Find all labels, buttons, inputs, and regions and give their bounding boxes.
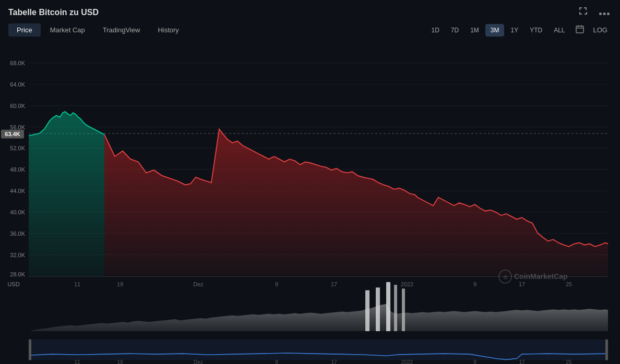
chart-area: 68.0K 64.0K 60.0K 56.0K 52.0K 48.0K 44.0…	[0, 42, 620, 364]
svg-text:44.0K: 44.0K	[10, 188, 25, 194]
svg-rect-31	[376, 287, 380, 331]
svg-text:9: 9	[275, 281, 278, 287]
svg-text:2022: 2022	[401, 359, 413, 364]
log-button[interactable]: LOG	[589, 23, 612, 37]
svg-text:60.0K: 60.0K	[10, 103, 25, 109]
time-3m[interactable]: 3M	[485, 24, 505, 37]
svg-text:19: 19	[117, 281, 123, 287]
svg-point-1	[603, 13, 606, 15]
svg-text:9: 9	[473, 281, 476, 287]
svg-text:⊙: ⊙	[503, 274, 507, 280]
svg-text:25: 25	[566, 281, 572, 287]
tabs-right: 1D 7D 1M 3M 1Y YTD ALL LOG	[426, 22, 612, 38]
svg-text:17: 17	[519, 281, 525, 287]
svg-rect-30	[365, 290, 369, 332]
chart-svg: 68.0K 64.0K 60.0K 56.0K 52.0K 48.0K 44.0…	[0, 42, 620, 364]
top-icons	[576, 5, 612, 19]
time-1d[interactable]: 1D	[426, 24, 444, 37]
svg-text:CoinMarketCap: CoinMarketCap	[514, 272, 568, 280]
svg-text:68.0K: 68.0K	[10, 60, 25, 66]
svg-text:56.0K: 56.0K	[10, 124, 25, 130]
svg-text:USD: USD	[7, 281, 19, 287]
fullscreen-button[interactable]	[576, 5, 590, 19]
svg-text:36.0K: 36.0K	[10, 230, 25, 237]
svg-text:52.0K: 52.0K	[10, 145, 25, 151]
tab-price[interactable]: Price	[8, 23, 41, 37]
svg-rect-3	[576, 26, 583, 33]
tab-bar: Price Market Cap TradingView History 1D …	[0, 22, 620, 42]
time-ytd[interactable]: YTD	[524, 24, 547, 37]
app-container: Tabelle Bitcoin zu USD Price Market Cap …	[0, 0, 620, 364]
svg-text:17: 17	[519, 359, 524, 364]
svg-text:9: 9	[473, 359, 476, 364]
more-options-button[interactable]	[597, 6, 612, 19]
time-7d[interactable]: 7D	[446, 24, 464, 37]
calendar-button[interactable]	[571, 22, 588, 38]
svg-rect-34	[402, 288, 405, 331]
top-bar: Tabelle Bitcoin zu USD	[0, 0, 620, 22]
svg-text:17: 17	[331, 281, 337, 287]
svg-rect-45	[29, 339, 608, 360]
svg-rect-33	[394, 285, 397, 331]
svg-text:64.0K: 64.0K	[10, 81, 25, 88]
svg-rect-55	[29, 339, 31, 360]
svg-text:11: 11	[74, 359, 80, 364]
svg-text:28.0K: 28.0K	[10, 271, 25, 277]
svg-rect-56	[605, 339, 608, 360]
svg-text:48.0K: 48.0K	[10, 166, 25, 173]
svg-text:63.4K: 63.4K	[5, 131, 20, 137]
svg-rect-32	[386, 282, 390, 331]
svg-text:11: 11	[74, 281, 80, 287]
time-all[interactable]: ALL	[549, 24, 570, 37]
svg-text:2022: 2022	[401, 281, 413, 287]
svg-text:Dez: Dez	[194, 359, 203, 364]
tab-trading-view[interactable]: TradingView	[94, 23, 149, 37]
tabs-left: Price Market Cap TradingView History	[8, 23, 187, 37]
svg-text:19: 19	[117, 359, 123, 364]
svg-text:40.0K: 40.0K	[10, 209, 25, 215]
svg-point-2	[607, 13, 610, 15]
tab-market-cap[interactable]: Market Cap	[42, 23, 93, 37]
tab-history[interactable]: History	[149, 23, 187, 37]
svg-text:9: 9	[275, 359, 278, 364]
svg-point-0	[599, 13, 602, 15]
svg-text:25: 25	[566, 359, 571, 364]
page-title: Tabelle Bitcoin zu USD	[8, 8, 99, 17]
svg-text:Dez: Dez	[193, 281, 204, 287]
svg-text:32.0K: 32.0K	[10, 251, 25, 258]
time-1y[interactable]: 1Y	[505, 24, 523, 37]
svg-text:17: 17	[331, 359, 337, 364]
time-1m[interactable]: 1M	[465, 24, 484, 37]
